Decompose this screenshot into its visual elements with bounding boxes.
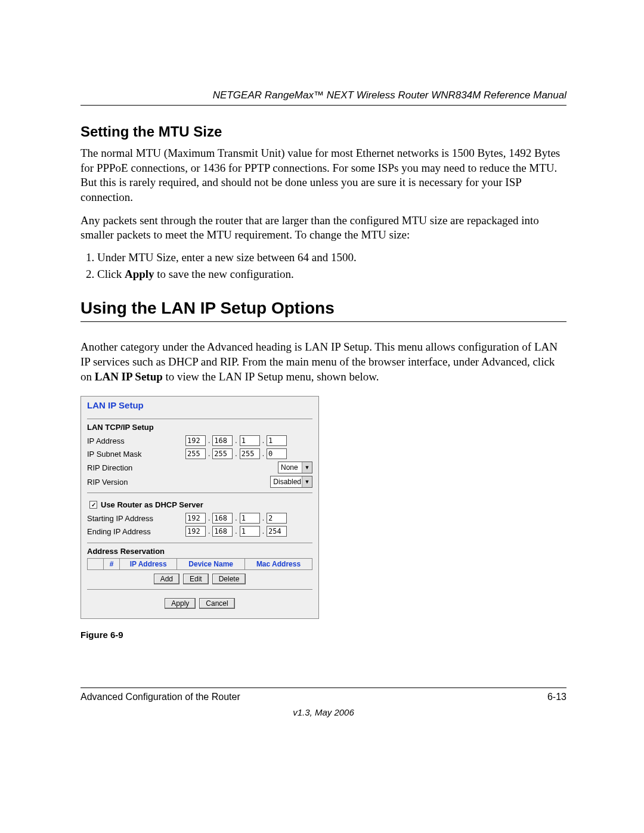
rip-direction-label: RIP Direction <box>87 463 132 472</box>
dot-icon: . <box>234 450 238 458</box>
start-octet-2[interactable] <box>212 513 233 524</box>
starting-ip-label: Starting IP Address <box>87 514 185 523</box>
ending-ip-row: Ending IP Address . . . <box>87 526 312 537</box>
footer-rule: Advanced Configuration of the Router 6-1… <box>80 688 566 717</box>
col-mac: Mac Address <box>245 559 312 570</box>
rip-version-label: RIP Version <box>87 478 128 487</box>
dot-icon: . <box>234 527 238 535</box>
reservation-table: # IP Address Device Name Mac Address <box>87 558 312 570</box>
step-2: Click Apply to save the new configuratio… <box>97 268 566 281</box>
mtu-para-2: Any packets sent through the router that… <box>80 213 566 243</box>
step-2-pre: Click <box>97 268 125 280</box>
dhcp-checkbox-label: Use Router as DHCP Server <box>101 500 203 509</box>
col-num: # <box>104 559 120 570</box>
rip-version-row: RIP Version Disabled ▼ <box>87 476 312 488</box>
rip-direction-value: None <box>281 463 298 472</box>
mask-octet-2[interactable] <box>212 448 233 459</box>
add-button[interactable]: Add <box>154 574 179 584</box>
panel-action-buttons: Apply Cancel <box>87 598 312 609</box>
subnet-row: IP Subnet Mask . . . <box>87 448 312 459</box>
end-octet-2[interactable] <box>212 526 233 537</box>
footer-version: v1.3, May 2006 <box>80 707 566 717</box>
rip-version-value: Disabled <box>273 478 301 486</box>
step-2-post: to save the new configuration. <box>154 268 294 280</box>
rip-version-select[interactable]: Disabled ▼ <box>270 476 312 488</box>
start-octet-1[interactable] <box>185 513 206 524</box>
dot-icon: . <box>261 527 265 535</box>
mtu-steps: Under MTU Size, enter a new size between… <box>80 251 566 281</box>
chevron-down-icon: ▼ <box>302 476 312 487</box>
lan-para: Another category under the Advanced head… <box>80 340 566 384</box>
lan-para-bold: LAN IP Setup <box>95 370 163 383</box>
col-device: Device Name <box>177 559 245 570</box>
ip-address-row: IP Address . . . <box>87 435 312 446</box>
col-select <box>88 559 104 570</box>
dhcp-section: ✓ Use Router as DHCP Server <box>87 493 312 509</box>
rip-direction-row: RIP Direction None ▼ <box>87 462 312 473</box>
footer-page-number: 6-13 <box>547 692 566 702</box>
lan-para-post: to view the LAN IP Setup menu, shown bel… <box>163 370 379 383</box>
step-1-text: Under MTU Size, enter a new size between… <box>97 251 357 264</box>
col-ip: IP Address <box>120 559 177 570</box>
mtu-para-1: The normal MTU (Maximum Transmit Unit) v… <box>80 146 566 205</box>
figure-caption: Figure 6-9 <box>80 630 566 640</box>
ip-octet-1[interactable] <box>185 435 206 446</box>
dhcp-checkbox[interactable]: ✓ <box>89 501 97 509</box>
start-octet-3[interactable] <box>240 513 260 524</box>
ip-address-label: IP Address <box>87 436 185 445</box>
end-octet-1[interactable] <box>185 526 206 537</box>
dot-icon: . <box>261 450 265 458</box>
ip-octet-3[interactable] <box>240 435 260 446</box>
dot-icon: . <box>207 436 211 445</box>
ip-octet-2[interactable] <box>212 435 233 446</box>
mask-octet-3[interactable] <box>240 448 260 459</box>
ending-ip-label: Ending IP Address <box>87 527 185 536</box>
mask-octet-4[interactable] <box>267 448 287 459</box>
dot-icon: . <box>207 514 211 522</box>
lan-ip-setup-panel: LAN IP Setup LAN TCP/IP Setup IP Address… <box>80 396 319 619</box>
dot-icon: . <box>261 436 265 445</box>
dot-icon: . <box>261 514 265 522</box>
table-header-row: # IP Address Device Name Mac Address <box>88 559 312 570</box>
chevron-down-icon: ▼ <box>302 462 312 473</box>
section-rule <box>80 321 566 322</box>
ip-octet-4[interactable] <box>267 435 287 446</box>
address-reservation-title: Address Reservation <box>87 543 312 556</box>
reservation-buttons: Add Edit Delete <box>87 574 312 584</box>
end-octet-3[interactable] <box>240 526 260 537</box>
panel-title: LAN IP Setup <box>87 400 312 410</box>
start-octet-4[interactable] <box>267 513 287 524</box>
footer-left: Advanced Configuration of the Router <box>80 692 240 702</box>
dot-icon: . <box>234 514 238 522</box>
rip-direction-select[interactable]: None ▼ <box>278 462 312 473</box>
subnet-label: IP Subnet Mask <box>87 450 185 459</box>
apply-button[interactable]: Apply <box>165 598 196 609</box>
edit-button[interactable]: Edit <box>183 574 209 584</box>
delete-button[interactable]: Delete <box>212 574 246 584</box>
step-2-bold: Apply <box>125 268 154 280</box>
section-lan-title: Using the LAN IP Setup Options <box>80 299 566 318</box>
doc-header: NETGEAR RangeMax™ NEXT Wireless Router W… <box>80 89 566 106</box>
starting-ip-row: Starting IP Address . . . <box>87 513 312 524</box>
dot-icon: . <box>234 436 238 445</box>
dot-icon: . <box>207 450 211 458</box>
step-1: Under MTU Size, enter a new size between… <box>97 251 566 264</box>
cancel-button[interactable]: Cancel <box>199 598 234 609</box>
section-mtu-title: Setting the MTU Size <box>80 123 566 140</box>
dot-icon: . <box>207 527 211 535</box>
end-octet-4[interactable] <box>267 526 287 537</box>
tcpip-section-title: LAN TCP/IP Setup <box>87 419 312 432</box>
mask-octet-1[interactable] <box>185 448 206 459</box>
